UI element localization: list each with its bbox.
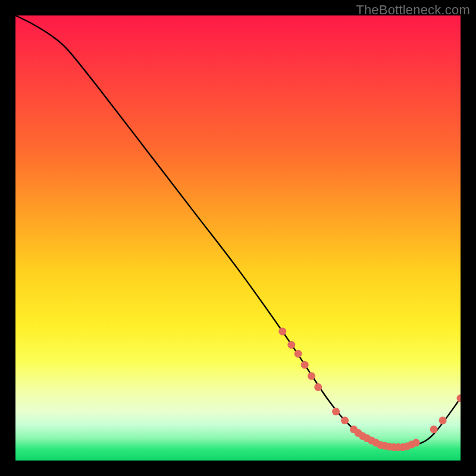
curve-marker: [457, 394, 461, 402]
curve-marker: [439, 416, 447, 424]
curve-markers: [278, 328, 461, 451]
curve-marker: [412, 439, 420, 447]
curve-marker: [314, 383, 322, 391]
curve-marker: [341, 416, 349, 424]
curve-marker: [301, 361, 309, 369]
curve-marker: [287, 341, 295, 349]
chart-frame: TheBottleneck.com: [0, 0, 476, 476]
curve-marker: [308, 372, 315, 380]
bottleneck-curve: [15, 15, 461, 447]
plot-area: [15, 15, 461, 461]
curve-marker: [430, 425, 438, 433]
curve-marker: [332, 408, 340, 415]
curve-svg: [15, 15, 461, 461]
curve-marker: [278, 328, 286, 336]
curve-marker: [294, 350, 302, 358]
